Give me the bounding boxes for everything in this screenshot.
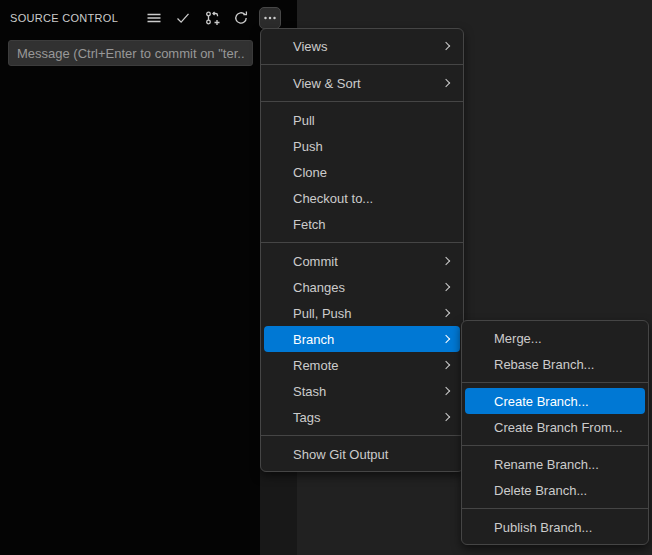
commit-message-input[interactable] [8, 40, 253, 66]
submenu-chevron-icon [442, 309, 450, 317]
menu-item-show-git-output[interactable]: Show Git Output [264, 441, 460, 467]
create-branch-button[interactable] [201, 7, 223, 29]
menu-item-stash[interactable]: Stash [264, 378, 460, 404]
menu-item-pull[interactable]: Pull [264, 107, 460, 133]
menu-item-tags[interactable]: Tags [264, 404, 460, 430]
submenu-chevron-icon [442, 283, 450, 291]
commit-check-icon [175, 10, 191, 26]
menu-item-checkout-to[interactable]: Checkout to... [264, 185, 460, 211]
menu-item-branch[interactable]: Branch [264, 326, 460, 352]
submenu-item-rename-branch[interactable]: Rename Branch... [465, 451, 645, 477]
refresh-icon [233, 10, 249, 26]
submenu-chevron-icon [442, 79, 450, 87]
submenu-item-create-branch[interactable]: Create Branch... [465, 388, 645, 414]
menu-separator [462, 508, 648, 509]
submenu-chevron-icon [442, 387, 450, 395]
menu-separator [462, 445, 648, 446]
menu-separator [261, 435, 463, 436]
more-actions-menu: Views View & Sort Pull Push Clone Checko… [260, 28, 464, 472]
submenu-chevron-icon [442, 361, 450, 369]
list-view-button[interactable] [143, 7, 165, 29]
menu-separator [261, 64, 463, 65]
menu-separator [261, 242, 463, 243]
menu-item-clone[interactable]: Clone [264, 159, 460, 185]
refresh-button[interactable] [230, 7, 252, 29]
source-control-header: SOURCE CONTROL [0, 0, 297, 36]
submenu-item-publish-branch[interactable]: Publish Branch... [465, 514, 645, 540]
menu-separator [261, 101, 463, 102]
source-control-sidebar [0, 0, 260, 555]
menu-item-commit[interactable]: Commit [264, 248, 460, 274]
submenu-chevron-icon [442, 42, 450, 50]
menu-item-push[interactable]: Push [264, 133, 460, 159]
menu-item-view-and-sort[interactable]: View & Sort [264, 70, 460, 96]
submenu-item-delete-branch[interactable]: Delete Branch... [465, 477, 645, 503]
menu-item-pull-push[interactable]: Pull, Push [264, 300, 460, 326]
pane-title: SOURCE CONTROL [10, 12, 118, 24]
git-branch-plus-icon [204, 10, 220, 26]
menu-item-views[interactable]: Views [264, 33, 460, 59]
menu-item-remote[interactable]: Remote [264, 352, 460, 378]
submenu-chevron-icon [442, 413, 450, 421]
more-actions-icon [262, 10, 278, 26]
menu-separator [462, 382, 648, 383]
commit-button[interactable] [172, 7, 194, 29]
source-control-toolbar [143, 7, 281, 29]
submenu-item-create-branch-from[interactable]: Create Branch From... [465, 414, 645, 440]
submenu-chevron-icon [442, 335, 450, 343]
submenu-chevron-icon [442, 257, 450, 265]
menu-item-changes[interactable]: Changes [264, 274, 460, 300]
more-actions-button[interactable] [259, 7, 281, 29]
submenu-item-merge[interactable]: Merge... [465, 325, 645, 351]
submenu-item-rebase-branch[interactable]: Rebase Branch... [465, 351, 645, 377]
menu-item-fetch[interactable]: Fetch [264, 211, 460, 237]
branch-submenu: Merge... Rebase Branch... Create Branch.… [461, 320, 649, 545]
list-view-icon [146, 10, 162, 26]
vscode-window: { "sidebar": { "title": "SOURCE CONTROL"… [0, 0, 652, 555]
